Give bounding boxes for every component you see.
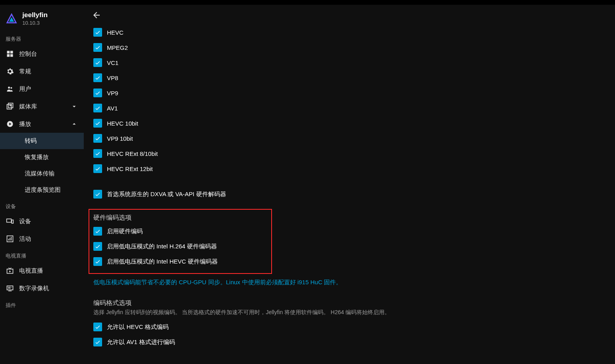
- sidebar-item-label: 设备: [19, 218, 78, 225]
- checkbox-row-hevcrext12: HEVC RExt 12bit: [93, 161, 513, 176]
- checkbox-label[interactable]: AV1: [107, 105, 118, 112]
- devices-icon: [6, 217, 14, 226]
- section-label-plugins: 插件: [0, 297, 84, 311]
- checkbox[interactable]: [93, 164, 102, 173]
- sidebar-subitem-resume[interactable]: 恢复播放: [0, 149, 84, 165]
- checkbox-label[interactable]: HEVC RExt 8/10bit: [107, 150, 158, 157]
- sidebar-item-libraries[interactable]: 媒体库: [0, 98, 84, 115]
- checkbox[interactable]: [93, 242, 102, 251]
- sidebar-item-activity[interactable]: 活动: [0, 230, 84, 248]
- brand-block: jeellyfin 10.10.3: [0, 5, 84, 31]
- checkbox[interactable]: [93, 89, 102, 97]
- sidebar-item-label: 播放: [19, 120, 70, 128]
- svg-rect-13: [10, 238, 10, 241]
- sidebar-item-dvr[interactable]: 数字录像机: [0, 279, 84, 297]
- brand-version: 10.10.3: [22, 20, 47, 26]
- checkbox-label[interactable]: VC1: [107, 59, 118, 66]
- lp-note-link[interactable]: 低电压模式编码能节省不必要的 CPU-GPU 同步。Linux 中使用前必须配置…: [93, 279, 513, 286]
- checkbox-label[interactable]: 允许以 AV1 格式进行编码: [107, 338, 175, 346]
- checkbox[interactable]: [93, 338, 102, 346]
- svg-point-17: [11, 287, 12, 288]
- checkbox-label[interactable]: 允许以 HEVC 格式编码: [107, 323, 169, 331]
- brand-name: jeellyfin: [22, 11, 47, 19]
- checkbox-label[interactable]: 启用低电压模式的 Intel HEVC 硬件编码器: [107, 258, 218, 266]
- checkbox[interactable]: [93, 190, 102, 199]
- section-title-hwenc: 硬件编码选项: [93, 214, 267, 222]
- sidebar-item-label: 进度条预览图: [25, 186, 61, 194]
- browser-tab-strip: [0, 0, 615, 5]
- checkbox-label[interactable]: VP9: [107, 90, 118, 96]
- checkbox-label[interactable]: 首选系统原生的 DXVA 或 VA-API 硬件解码器: [107, 191, 226, 198]
- checkbox-label[interactable]: HEVC 10bit: [107, 120, 138, 127]
- sidebar-item-label: 流媒体传输: [25, 170, 55, 177]
- checkbox-label[interactable]: VP9 10bit: [107, 135, 133, 142]
- checkbox[interactable]: [93, 119, 102, 128]
- section-title-encfmt: 编码格式选项: [93, 299, 513, 307]
- checkbox-row-allow-hevc: 允许以 HEVC 格式编码: [93, 319, 513, 334]
- svg-rect-9: [7, 219, 12, 222]
- app-root: jeellyfin 10.10.3 服务器 控制台 常规 用户: [0, 5, 615, 364]
- highlight-hw-encoding-box: 硬件编码选项 启用硬件编码 启用低电压模式的 Intel H.264 硬件编码器…: [89, 209, 272, 274]
- sidebar-item-livetv[interactable]: 电视直播: [0, 262, 84, 279]
- svg-rect-1: [10, 51, 13, 54]
- checkbox-row-allow-av1: 允许以 AV1 格式进行编码: [93, 334, 513, 350]
- people-icon: [6, 85, 14, 93]
- checkbox-label[interactable]: VP8: [107, 75, 118, 81]
- sidebar-item-label: 电视直播: [19, 267, 78, 275]
- sidebar-item-label: 常规: [19, 68, 78, 75]
- checkbox[interactable]: [93, 149, 102, 158]
- checkbox-row-av1: AV1: [93, 100, 513, 116]
- checkbox-row-lp-h264: 启用低电压模式的 Intel H.264 硬件编码器: [93, 239, 267, 254]
- checkbox-row-hevc10: HEVC 10bit: [93, 116, 513, 131]
- checkbox-row-prefer-native: 首选系统原生的 DXVA 或 VA-API 硬件解码器: [93, 187, 513, 202]
- checkbox-row-vc1: VC1: [93, 55, 513, 70]
- sidebar-subitem-streaming[interactable]: 流媒体传输: [0, 165, 84, 182]
- main-header: [84, 5, 615, 24]
- checkbox[interactable]: [93, 323, 102, 331]
- sidebar-item-label: 恢复播放: [25, 153, 49, 161]
- section-label-devices: 设备: [0, 198, 84, 212]
- checkbox-label[interactable]: MPEG2: [107, 44, 128, 51]
- checkbox[interactable]: [93, 28, 102, 37]
- checkbox[interactable]: [93, 58, 102, 67]
- sidebar-item-label: 数字录像机: [19, 285, 78, 292]
- sidebar-subitem-trickplay[interactable]: 进度条预览图: [0, 182, 84, 198]
- gear-icon: [6, 67, 14, 76]
- sidebar-subitem-transcoding[interactable]: 转码: [0, 133, 84, 149]
- settings-content: HEVC MPEG2 VC1 VP8 VP9 AV1: [84, 24, 522, 364]
- sidebar-item-devices[interactable]: 设备: [0, 212, 84, 230]
- sidebar-item-playback[interactable]: 播放: [0, 115, 84, 133]
- checkbox-row-vp8: VP8: [93, 70, 513, 85]
- checkbox-row-mpeg2: MPEG2: [93, 40, 513, 55]
- svg-rect-3: [10, 54, 13, 57]
- svg-rect-2: [7, 54, 10, 57]
- play-circle-icon: [6, 120, 14, 128]
- sidebar-item-general[interactable]: 常规: [0, 63, 84, 80]
- sidebar-item-dashboard[interactable]: 控制台: [0, 45, 84, 63]
- sidebar-item-label: 控制台: [19, 50, 78, 58]
- checkbox-row-vp910: VP9 10bit: [93, 131, 513, 146]
- checkbox-label[interactable]: 启用硬件编码: [107, 228, 143, 235]
- checkbox-label[interactable]: HEVC: [107, 29, 124, 36]
- checkbox-label[interactable]: 启用低电压模式的 Intel H.264 硬件编码器: [107, 243, 217, 250]
- chevron-down-icon: [70, 102, 78, 110]
- checkbox-row-hevc: HEVC: [93, 25, 513, 40]
- checkbox[interactable]: [93, 104, 102, 112]
- checkbox[interactable]: [93, 134, 102, 143]
- checkbox[interactable]: [93, 73, 102, 82]
- checkbox-row-hevcrext810: HEVC RExt 8/10bit: [93, 146, 513, 161]
- checkbox-row-enable-hwenc: 启用硬件编码: [93, 224, 267, 239]
- checkbox-label[interactable]: HEVC RExt 12bit: [107, 165, 153, 172]
- checkbox[interactable]: [93, 257, 102, 266]
- sidebar-item-users[interactable]: 用户: [0, 80, 84, 98]
- dashboard-icon: [6, 49, 14, 58]
- svg-rect-0: [7, 51, 10, 54]
- checkbox-row-lp-hevc: 启用低电压模式的 Intel HEVC 硬件编码器: [93, 254, 267, 269]
- checkbox[interactable]: [93, 43, 102, 52]
- svg-point-4: [8, 87, 10, 89]
- svg-rect-12: [8, 239, 9, 240]
- checkbox[interactable]: [93, 227, 102, 236]
- checkbox-row-vp9: VP9: [93, 85, 513, 100]
- library-add-icon: [6, 102, 14, 111]
- back-button[interactable]: [89, 8, 104, 22]
